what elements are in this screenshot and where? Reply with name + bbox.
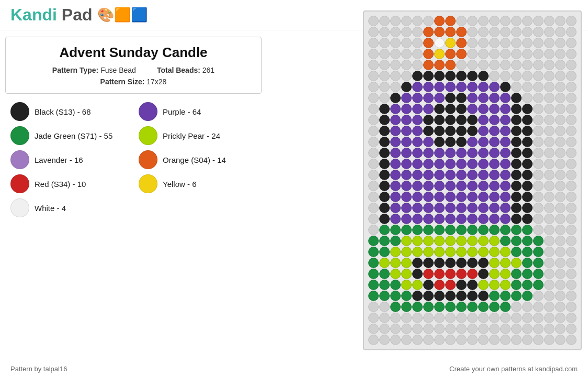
bead: [423, 82, 434, 92]
bead: [434, 148, 445, 158]
bead: [522, 137, 533, 147]
bead: [379, 181, 390, 191]
bead: [445, 225, 456, 235]
bead: [456, 302, 467, 312]
bead: [412, 302, 423, 312]
color-swatch: [139, 150, 157, 169]
bead: [489, 291, 500, 301]
color-swatch: [139, 102, 157, 121]
color-item: Yellow - 6: [139, 174, 256, 193]
bead: [566, 49, 576, 59]
bead: [555, 104, 566, 114]
bead: [489, 71, 500, 81]
bead: [555, 192, 566, 202]
bead: [412, 280, 423, 290]
bead: [456, 258, 467, 268]
bead: [390, 27, 401, 37]
bead: [511, 27, 522, 37]
bead: [423, 247, 434, 257]
bead: [434, 192, 445, 202]
bead: [401, 170, 412, 180]
bead: [390, 16, 401, 26]
bead: [522, 38, 533, 48]
bead: [544, 126, 555, 136]
bead: [379, 126, 390, 136]
bead: [445, 137, 456, 147]
bead: [434, 313, 445, 323]
bead: [511, 291, 522, 301]
bead: [500, 302, 511, 312]
total-beads-value: 261: [202, 66, 214, 74]
bead: [445, 49, 456, 59]
bead: [401, 60, 412, 70]
bead: [566, 170, 576, 180]
bead: [390, 247, 401, 257]
bead: [434, 159, 445, 169]
bead: [368, 302, 379, 312]
bead: [379, 49, 390, 59]
bead: [445, 324, 456, 334]
bead: [500, 203, 511, 213]
color-swatch: [10, 126, 29, 145]
bead: [489, 93, 500, 103]
bead: [401, 269, 412, 279]
bead: [555, 126, 566, 136]
bead: [423, 291, 434, 301]
bead: [368, 335, 379, 345]
pattern-size: Pattern Size: 17x28: [100, 77, 167, 86]
bead: [478, 269, 489, 279]
bead: [544, 302, 555, 312]
bead: [489, 115, 500, 125]
bead: [500, 335, 511, 345]
bead: [423, 225, 434, 235]
bead: [533, 214, 544, 224]
bead: [533, 49, 544, 59]
bead: [401, 192, 412, 202]
bead: [368, 247, 379, 257]
bead: [423, 126, 434, 136]
bead: [566, 27, 576, 37]
bead: [412, 93, 423, 103]
bead: [522, 302, 533, 312]
bead: [401, 49, 412, 59]
bead: [522, 115, 533, 125]
bead: [489, 170, 500, 180]
bead: [522, 269, 533, 279]
bead: [379, 38, 390, 48]
bead: [423, 71, 434, 81]
bead: [467, 159, 478, 169]
bead: [566, 302, 576, 312]
bead: [368, 203, 379, 213]
bead: [522, 148, 533, 158]
bead: [533, 313, 544, 323]
bead: [467, 214, 478, 224]
bead: [544, 181, 555, 191]
bead: [467, 115, 478, 125]
bead: [533, 236, 544, 246]
bead: [423, 148, 434, 158]
bead: [566, 93, 576, 103]
bead: [544, 82, 555, 92]
bead: [368, 115, 379, 125]
bead: [423, 192, 434, 202]
bead: [456, 93, 467, 103]
bead: [533, 148, 544, 158]
bead: [445, 159, 456, 169]
bead: [511, 60, 522, 70]
bead: [533, 269, 544, 279]
bead: [434, 27, 445, 37]
bead: [511, 49, 522, 59]
bead: [511, 137, 522, 147]
bead: [423, 60, 434, 70]
bead: [401, 181, 412, 191]
bead: [423, 49, 434, 59]
bead: [379, 82, 390, 92]
bead: [555, 181, 566, 191]
bead: [566, 313, 576, 323]
bead: [379, 71, 390, 81]
bead: [500, 93, 511, 103]
bead: [390, 71, 401, 81]
bead: [555, 214, 566, 224]
bead: [390, 148, 401, 158]
bead: [533, 192, 544, 202]
